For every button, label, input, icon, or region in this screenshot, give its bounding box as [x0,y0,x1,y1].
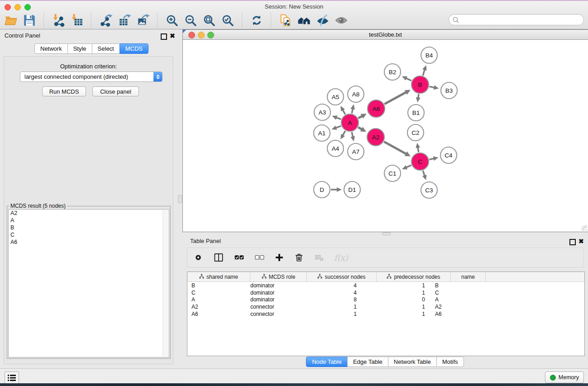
mcds-result-item[interactable]: C [9,231,169,238]
open-file-button[interactable] [3,12,19,29]
tab-mcds[interactable]: MCDS [120,43,148,54]
table-cell: dominator [246,282,299,289]
edge-B-B2[interactable] [406,78,411,81]
edge-B-B4[interactable] [423,69,425,76]
import-network-button[interactable] [50,12,67,29]
table-cell: dominator [246,296,299,303]
window-title: Session: New Session [0,3,588,10]
table-cell: 1 [299,304,363,310]
tab-motifs[interactable]: Motifs [436,357,464,367]
task-history-button[interactable] [5,372,19,384]
close-panel-button[interactable]: Close panel [92,86,139,96]
main-toolbar [3,11,349,29]
column-header-name[interactable]: name [451,272,486,281]
table-row[interactable]: A6connector11A6 [187,310,584,318]
new-network-from-selection-icon [279,14,292,27]
toggle-columns-button[interactable] [213,252,224,263]
toolbar-separator [43,13,44,28]
table-cell: A6 [431,311,462,317]
edge-A6-B[interactable] [384,92,406,104]
search-input[interactable] [461,15,583,24]
export-image-icon [136,14,150,27]
table-row[interactable]: A2connector11A2 [187,303,584,310]
node-label: A6 [373,105,380,112]
deselect-all-rows-button[interactable] [254,252,265,263]
float-panel-icon[interactable] [161,33,167,42]
edge-arrowhead [422,65,427,71]
create-column-button[interactable] [274,253,284,262]
zoom-out-button[interactable] [182,12,199,29]
mcds-result-item[interactable]: A [9,217,169,224]
hide-selected-button[interactable] [315,12,331,29]
network-window-titlebar[interactable]: testGlobe.txt [183,30,588,40]
table-float-panel-icon[interactable] [569,239,576,247]
import-table-button[interactable] [69,12,85,29]
table-cell: B [187,282,246,289]
table-tabs: Node TableEdge TableNetwork TableMotifs [182,357,588,367]
table-cell: A2 [187,304,246,310]
column-header-successor-nodes[interactable]: successor nodes [307,272,377,281]
control-panel-title: Control Panel [5,32,40,39]
show-all-button[interactable] [333,12,349,29]
table-cell: C [431,290,462,296]
save-session-button[interactable] [21,12,38,29]
column-header-label: name [461,274,475,280]
table-cell: 1 [363,304,431,310]
tab-network[interactable]: Network [34,43,68,54]
node-label: C4 [445,152,453,159]
table-row[interactable]: Bdominator41B [187,282,584,289]
table-cell: C [187,290,246,296]
delete-table-icon [314,252,325,263]
zoom-selected-button[interactable] [220,12,236,29]
close-panel-icon[interactable]: ✖ [170,33,175,38]
mcds-result-item[interactable]: A6 [9,238,169,246]
first-neighbors-button[interactable] [296,12,312,29]
zoom-fit-button[interactable] [201,12,217,29]
node-label: A5 [332,94,339,100]
network-canvas[interactable]: B4B2BB3A8A5A6A3B1AC2A1A2A4A7C4CC1C3DD1 [183,40,588,232]
table-row[interactable]: Adominator80A [187,296,584,304]
node-label: A8 [352,91,360,98]
network-graph: B4B2BB3A8A5A6A3B1AC2A1A2A4A7C4CC1C3DD1 [183,40,587,232]
select-all-rows-button[interactable] [234,252,244,263]
export-network-button[interactable] [98,12,114,29]
export-table-button[interactable] [116,12,133,29]
node-label: D [320,186,324,193]
column-header-label: successor nodes [325,274,365,280]
apply-function-button: f(x) [334,253,348,262]
mcds-tab-content: Optimization criterion: largest connecte… [4,56,173,364]
table-row[interactable]: Cdominator41C [187,289,584,296]
column-header-shared-name[interactable]: shared name [187,272,250,281]
memory-label: Memory [559,374,579,381]
zoom-in-button[interactable] [164,12,180,29]
optimization-criterion-select[interactable]: largest connected component (directed) [20,71,163,82]
window-resize-grip[interactable] [582,225,588,231]
export-image-button[interactable] [135,12,151,29]
tab-network-table[interactable]: Network Table [388,357,437,367]
memory-button[interactable]: Memory [545,372,584,383]
result-scrollbar[interactable] [163,210,168,357]
tab-edge-table[interactable]: Edge Table [347,357,388,367]
column-type-icon [262,274,267,279]
table-cell: 1 [363,282,431,289]
first-neighbors-icon [297,14,311,27]
mcds-result-item[interactable]: B [9,224,169,231]
mcds-result-item[interactable]: A2 [9,210,169,217]
refresh-button[interactable] [249,12,265,29]
tab-style[interactable]: Style [67,43,92,54]
vertical-split-handle[interactable] [178,195,182,203]
node-label: B3 [445,87,453,94]
run-mcds-button[interactable]: Run MCDS [42,86,86,96]
tab-node-table[interactable]: Node Table [306,357,348,367]
table-settings-button[interactable] [193,252,204,263]
zoom-out-icon [184,14,197,27]
edge-A2-C[interactable] [384,142,406,154]
column-header-predecessor-nodes[interactable]: predecessor nodes [377,272,451,281]
column-header-mcds-role[interactable]: MCDS role [250,272,307,281]
tab-select[interactable]: Select [92,43,120,54]
open-file-icon [4,14,18,27]
table-cell: 4 [299,290,363,296]
table-close-panel-icon[interactable]: ✖ [578,238,584,244]
new-network-from-selection-button[interactable] [277,12,294,29]
delete-columns-button[interactable] [294,253,304,263]
